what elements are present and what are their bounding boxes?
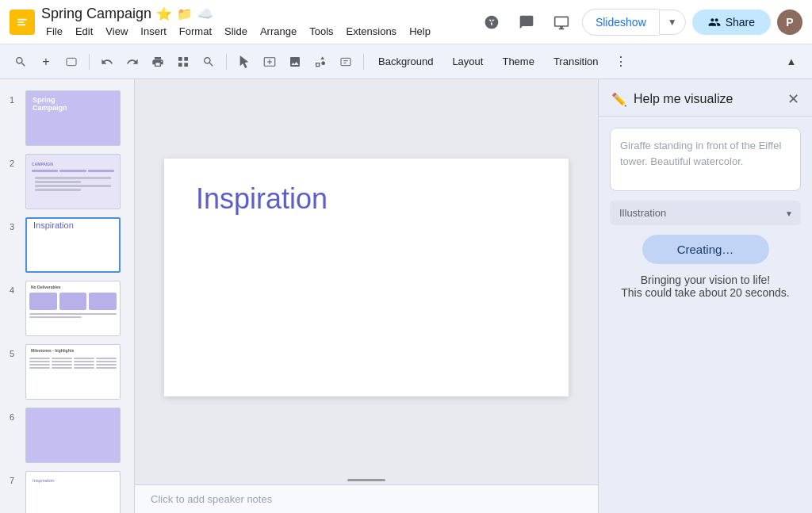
- slide-preview-1: SpringCampaign: [25, 90, 121, 146]
- slide-thumb-4[interactable]: 4 🔑 No Deliverables: [3, 278, 131, 339]
- print-icon[interactable]: [147, 51, 169, 73]
- svg-rect-6: [341, 58, 350, 65]
- slide-preview-7: Inspiration: [25, 471, 121, 513]
- create-button[interactable]: Creating…: [642, 235, 769, 264]
- menu-format[interactable]: Format: [174, 24, 216, 39]
- slide-area: Inspiration Click to add speaker notes: [135, 79, 598, 513]
- prompt-placeholder: Giraffe standing in front of the Eiffel …: [620, 140, 781, 167]
- zoom-in-icon[interactable]: +: [35, 51, 57, 73]
- header-right: Slideshow ▼ Share P: [477, 8, 802, 36]
- avatar[interactable]: P: [777, 10, 802, 35]
- transition-button[interactable]: Transition: [546, 52, 607, 71]
- slide-thumb-6[interactable]: 6: [3, 404, 131, 466]
- slide-nav-indicator: [347, 479, 385, 481]
- comment-icon[interactable]: [512, 8, 541, 36]
- slide-canvas[interactable]: Inspiration: [164, 159, 569, 396]
- menu-bar: File Edit View Insert Format Slide Arran…: [41, 24, 471, 39]
- slide-nav: [135, 476, 598, 484]
- slide-num-7: 7: [10, 476, 21, 485]
- app-icon: [10, 10, 35, 35]
- slide-preview-4: 🔑 No Deliverables: [25, 281, 121, 336]
- doc-title[interactable]: Spring Campaign: [41, 6, 151, 22]
- main-content: 1 SpringCampaign 2 🔑 CAMPAIGN: [0, 79, 812, 513]
- panel-close-button[interactable]: ✕: [787, 90, 799, 108]
- undo-icon[interactable]: [96, 51, 118, 73]
- slide-num-5: 5: [10, 349, 21, 358]
- menu-arrange[interactable]: Arrange: [255, 24, 301, 39]
- slide-thumb-7[interactable]: 7 Inspiration: [3, 468, 131, 513]
- svg-rect-2: [17, 21, 24, 23]
- slideshow-button[interactable]: Slideshow: [582, 9, 659, 36]
- slide-num-1: 1: [10, 95, 21, 105]
- zoom-percent-icon[interactable]: [60, 51, 82, 73]
- slide-num-3: 3: [10, 222, 21, 232]
- wand-icon: ✏️: [611, 92, 627, 107]
- background-button[interactable]: Background: [370, 52, 441, 71]
- redo-icon[interactable]: [121, 51, 144, 73]
- history-icon[interactable]: [477, 8, 506, 36]
- slide-panel: 1 SpringCampaign 2 🔑 CAMPAIGN: [0, 79, 135, 513]
- style-select[interactable]: Illustration Watercolor Oil Painting Dig…: [610, 201, 801, 225]
- shapes-icon[interactable]: [309, 51, 331, 73]
- slide-num-4: 4: [10, 285, 21, 295]
- slide-canvas-wrap: Inspiration: [135, 79, 598, 476]
- status-line2: This could take about 20 seconds.: [621, 286, 789, 299]
- star-icon[interactable]: ⭐: [156, 6, 172, 21]
- search-toolbar-icon[interactable]: [10, 51, 32, 73]
- menu-view[interactable]: View: [101, 24, 132, 39]
- slide-thumb-3[interactable]: 3 Inspiration: [3, 214, 131, 276]
- cloud-icon[interactable]: ☁️: [197, 6, 213, 21]
- menu-insert[interactable]: Insert: [136, 24, 171, 39]
- menu-slide[interactable]: Slide: [220, 24, 252, 39]
- zoom-icon-2[interactable]: [197, 51, 220, 73]
- textbox-alt-icon[interactable]: [335, 51, 357, 73]
- toolbar-separator-2: [226, 54, 227, 70]
- present-icon[interactable]: [547, 8, 576, 36]
- status-line1: Bringing your vision to life!: [641, 274, 770, 286]
- cursor-icon[interactable]: [233, 51, 255, 73]
- creating-status-text: Bringing your vision to life! This could…: [610, 274, 801, 299]
- style-select-wrapper: Illustration Watercolor Oil Painting Dig…: [610, 201, 801, 225]
- menu-tools[interactable]: Tools: [304, 24, 338, 39]
- toolbar-separator-1: [89, 54, 90, 70]
- slide-preview-6: [25, 408, 121, 463]
- toolbar-separator-3: [363, 54, 364, 70]
- menu-help[interactable]: Help: [404, 24, 435, 39]
- folder-icon[interactable]: 📁: [177, 6, 193, 21]
- slide-preview-5: Milestones - highlights: [25, 344, 121, 400]
- slide-thumb-1[interactable]: 1 SpringCampaign: [3, 87, 131, 149]
- slide1-title: SpringCampaign: [26, 91, 120, 117]
- menu-edit[interactable]: Edit: [71, 24, 98, 39]
- share-label: Share: [726, 16, 755, 29]
- more-options-icon[interactable]: ⋮: [610, 51, 632, 73]
- title-section: Spring Campaign ⭐ 📁 ☁️ File Edit View In…: [41, 6, 471, 39]
- slide3-inspiration-text: Inspiration: [27, 217, 80, 236]
- doc-title-row: Spring Campaign ⭐ 📁 ☁️: [41, 6, 471, 22]
- layout-button[interactable]: Layout: [444, 52, 491, 71]
- grid-view-icon[interactable]: [172, 51, 194, 73]
- right-panel: ✏️ Help me visualize ✕ Giraffe standing …: [598, 79, 812, 513]
- svg-rect-3: [17, 24, 25, 25]
- slide-thumb-5[interactable]: 5 Milestones - highlights: [3, 341, 131, 403]
- svg-rect-1: [17, 18, 27, 20]
- panel-title-row: ✏️ Help me visualize: [611, 92, 733, 107]
- image-icon[interactable]: [284, 51, 306, 73]
- theme-button[interactable]: Theme: [494, 52, 542, 71]
- slide-thumb-2[interactable]: 2 🔑 CAMPAIGN: [3, 151, 131, 212]
- collapse-toolbar-button[interactable]: ▲: [780, 51, 802, 73]
- prompt-input[interactable]: Giraffe standing in front of the Eiffel …: [610, 128, 801, 191]
- menu-extensions[interactable]: Extensions: [342, 24, 402, 39]
- speaker-notes-placeholder: Click to add speaker notes: [151, 493, 272, 505]
- menu-file[interactable]: File: [41, 24, 67, 39]
- text-box-icon[interactable]: [259, 51, 281, 73]
- share-button[interactable]: Share: [692, 10, 771, 35]
- slideshow-dropdown-button[interactable]: ▼: [659, 10, 686, 35]
- panel-header: ✏️ Help me visualize ✕: [599, 79, 812, 117]
- toolbar-right: ▲: [780, 51, 802, 73]
- slide-num-2: 2: [10, 159, 21, 168]
- panel-title: Help me visualize: [634, 92, 733, 106]
- speaker-notes-bar[interactable]: Click to add speaker notes: [135, 484, 598, 513]
- panel-body: Giraffe standing in front of the Eiffel …: [599, 117, 812, 513]
- slide-num-6: 6: [10, 412, 21, 422]
- slide-preview-2: 🔑 CAMPAIGN: [25, 154, 121, 209]
